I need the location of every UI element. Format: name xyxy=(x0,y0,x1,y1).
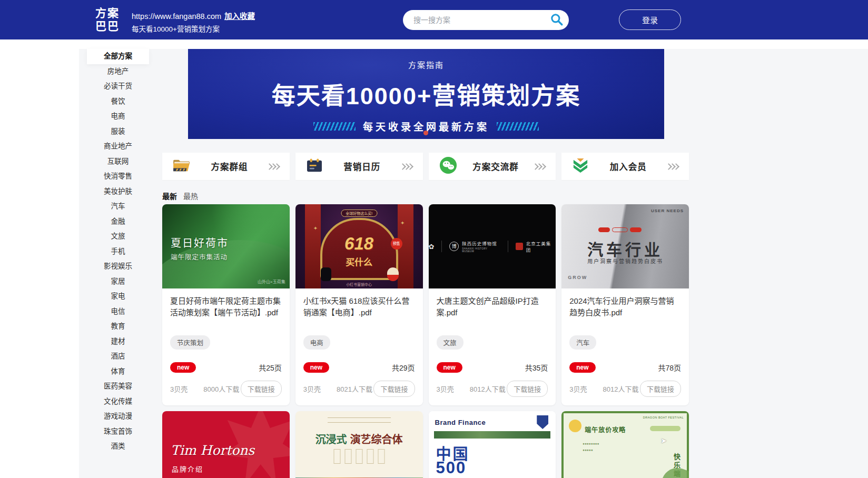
search-icon xyxy=(550,13,564,28)
add-favorite-link[interactable]: 加入收藏 xyxy=(224,12,255,21)
hero-banner[interactable]: 方案指南 每天看10000+营销策划方案 每天收录全网最新方案 xyxy=(188,49,664,139)
plan-thumbnail[interactable]: 全球好物这么买! 618 买什么 预售 ✦ ✦ 小红书营销中心 xyxy=(295,204,423,288)
category-tag[interactable]: 汽车 xyxy=(569,335,596,350)
plan-card[interactable]: Brand Finance 中国 500 2024 xyxy=(429,411,556,478)
museum-roundel-icon: 博 xyxy=(449,242,459,251)
sidebar-item-mobile[interactable]: 手机 xyxy=(87,244,149,260)
plan-card[interactable]: Tim Hortons 品牌介绍 xyxy=(162,411,290,478)
sidebar-item-apparel[interactable]: 服装 xyxy=(87,124,149,140)
sidebar-item-telecom[interactable]: 电信 xyxy=(87,304,149,320)
login-button[interactable]: 登录 xyxy=(619,9,681,30)
thumb-grow-text: GROW xyxy=(568,275,587,280)
sidebar-item-entertainment[interactable]: 影视娱乐 xyxy=(87,259,149,274)
ornament-decor xyxy=(328,417,391,423)
sidebar-item-beauty[interactable]: 美妆护肤 xyxy=(87,184,149,200)
chevron-right-icon xyxy=(667,164,678,169)
plan-card[interactable]: ✿ 博 陕西历史博物馆 SHAANXI HISTORY MUSEUM 北京工美集… xyxy=(429,204,556,405)
category-tag[interactable]: 文旅 xyxy=(437,335,463,350)
museum-name: 陕西历史博物馆 xyxy=(462,240,500,246)
page-count: 共35页 xyxy=(525,362,548,373)
plan-title[interactable]: 大唐主题文创产品超级IP打造案.pdf xyxy=(437,295,548,318)
museum-seal-icon: ✿ xyxy=(429,243,435,251)
site-tagline: 每天看10000+营销策划方案 xyxy=(132,23,255,34)
sidebar-item-education[interactable]: 教育 xyxy=(87,319,149,334)
tab-latest[interactable]: 最新 xyxy=(162,192,177,201)
sidebar-item-hotel[interactable]: 酒店 xyxy=(87,349,149,364)
banner-title: 每天看10000+营销策划方案 xyxy=(188,77,664,111)
sidebar-item-liquor[interactable]: 酒类 xyxy=(87,439,149,454)
sidebar-item-internet[interactable]: 互联网 xyxy=(87,154,149,170)
sidebar-item-realestate[interactable]: 房地产 xyxy=(87,64,149,79)
thumb-corner-text: USER NEEDS xyxy=(651,208,684,213)
wechat-icon xyxy=(439,156,457,176)
download-link-button[interactable]: 下载链接 xyxy=(507,381,548,397)
download-link-button[interactable]: 下载链接 xyxy=(241,381,282,397)
download-count: 8021人下载 xyxy=(337,384,372,394)
plan-title[interactable]: 小红书x天猫 618应该买什么营销通案【电商】.pdf xyxy=(303,295,415,318)
banner-kicker: 方案指南 xyxy=(188,49,664,70)
search-input[interactable] xyxy=(412,15,549,25)
shell-cost: 3贝壳 xyxy=(170,384,188,394)
carousel-dot[interactable] xyxy=(423,131,428,135)
thumb-subtitle: 品牌介绍 xyxy=(172,464,203,474)
hatch-right-decor xyxy=(497,122,539,131)
thumb-subtitle: 端午限定市集活动 xyxy=(171,252,228,262)
sidebar-item-auto[interactable]: 汽车 xyxy=(87,199,149,214)
sidebar-item-sports[interactable]: 体育 xyxy=(87,364,149,380)
sidebar-item-game[interactable]: 游戏动漫 xyxy=(87,409,149,424)
logo-line2: 巴巴 xyxy=(95,20,120,33)
category-tag[interactable]: 电商 xyxy=(303,335,330,350)
sidebar-item-ecommerce[interactable]: 电商 xyxy=(87,109,149,124)
sidebar-item-commercial[interactable]: 商业地产 xyxy=(87,139,149,154)
sidebar-item-all[interactable]: 全部方案 xyxy=(87,49,149,64)
feature-join-vip[interactable]: 加入会员 xyxy=(561,153,689,180)
download-link-button[interactable]: 下载链接 xyxy=(640,381,681,397)
tab-hottest[interactable]: 最热 xyxy=(183,192,198,201)
sidebar-item-jewelry[interactable]: 珠宝首饰 xyxy=(87,424,149,440)
download-count: 8012人下载 xyxy=(470,384,506,394)
plan-title[interactable]: 2024汽车行业用户洞察与营销趋势白皮书.pdf xyxy=(569,295,681,318)
download-count: 8000人下载 xyxy=(203,384,239,394)
plan-card-grid: 夏日好荷市 端午限定市集活动 山外山×玉荷集 夏日好荷市端午限定荷主题市集活动策… xyxy=(162,204,689,405)
plan-card[interactable]: 夏日好荷市 端午限定市集活动 山外山×玉荷集 夏日好荷市端午限定荷主题市集活动策… xyxy=(162,204,290,405)
presale-badge: 预售 xyxy=(391,238,402,250)
sidebar-item-travel[interactable]: 文旅 xyxy=(87,229,149,244)
feature-plan-groups[interactable]: 方案群组 xyxy=(162,153,290,180)
page-count: 共78页 xyxy=(658,362,681,373)
plan-thumbnail[interactable]: Brand Finance 中国 500 2024 xyxy=(429,411,556,478)
thumb-618-text: 618 xyxy=(322,234,396,254)
thumb-brand-text: Brand Finance xyxy=(435,419,486,426)
sidebar-item-building[interactable]: 建材 xyxy=(87,334,149,350)
download-link-button[interactable]: 下载链接 xyxy=(373,381,415,397)
search-bar[interactable] xyxy=(403,10,569,30)
sidebar-item-fmcg[interactable]: 快消零售 xyxy=(87,169,149,184)
search-button[interactable] xyxy=(549,12,565,29)
sidebar-item-home[interactable]: 家居 xyxy=(87,274,149,290)
plan-thumbnail[interactable]: DRAGON BOAT FESTIVAL 端午放价攻略 ➤ ●●●●●●●●●●… xyxy=(561,411,689,478)
site-logo[interactable]: 方案 巴巴 xyxy=(95,7,120,33)
plan-thumbnail[interactable]: 沉浸式演艺综合体 xyxy=(295,411,423,478)
feature-marketing-calendar[interactable]: 营销日历 xyxy=(295,153,423,180)
plan-card[interactable]: DRAGON BOAT FESTIVAL 端午放价攻略 ➤ ●●●●●●●●●●… xyxy=(561,411,689,478)
pill-decor xyxy=(650,426,680,431)
sidebar-item-medical[interactable]: 医药美容 xyxy=(87,379,149,394)
plan-thumbnail[interactable]: USER NEEDS 汽车行业 用户洞察与营销趋势白皮书 GROW xyxy=(561,204,689,288)
thumb-corner-text: DRAGON BOAT FESTIVAL xyxy=(643,415,684,420)
thumb-title-red: 演艺综合体 xyxy=(350,434,403,445)
page-count: 共29页 xyxy=(392,362,415,373)
sidebar-item-appliance[interactable]: 家电 xyxy=(87,289,149,304)
plan-thumbnail[interactable]: 夏日好荷市 端午限定市集活动 山外山×玉荷集 xyxy=(162,204,290,288)
plan-title[interactable]: 夏日好荷市端午限定荷主题市集活动策划案【端午节活动】.pdf xyxy=(170,295,282,318)
plan-thumbnail[interactable]: ✿ 博 陕西历史博物馆 SHAANXI HISTORY MUSEUM 北京工美集… xyxy=(429,204,556,288)
plan-card[interactable]: 全球好物这么买! 618 买什么 预售 ✦ ✦ 小红书营销中心 小红书x天猫 6… xyxy=(295,204,423,405)
category-tag[interactable]: 节庆策划 xyxy=(170,335,210,350)
plan-card[interactable]: USER NEEDS 汽车行业 用户洞察与营销趋势白皮书 GROW 2024汽车… xyxy=(561,204,689,405)
sidebar-item-media[interactable]: 文化传媒 xyxy=(87,394,149,410)
sidebar-item-finance[interactable]: 金融 xyxy=(87,214,149,230)
sidebar-item-food[interactable]: 餐饮 xyxy=(87,94,149,109)
plan-thumbnail[interactable]: Tim Hortons 品牌介绍 xyxy=(162,411,290,478)
star-decor: ✦ xyxy=(313,225,318,231)
sidebar-item-mustread[interactable]: 必读干货 xyxy=(87,79,149,94)
feature-exchange-group[interactable]: 方案交流群 xyxy=(429,153,556,180)
plan-card[interactable]: 沉浸式演艺综合体 xyxy=(295,411,423,478)
